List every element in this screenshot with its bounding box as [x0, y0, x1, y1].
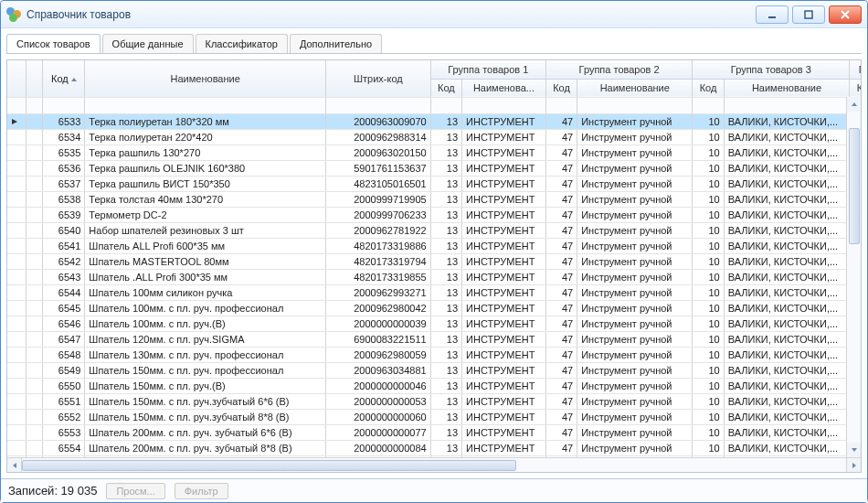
svg-rect-0 [768, 16, 776, 18]
cell-g2-name: Инструмент ручной [577, 362, 693, 378]
table-row[interactable]: 6549Шпатель 150мм. с пл. руч. профессион… [7, 362, 861, 378]
col-header-g4-code[interactable]: Код [850, 79, 861, 97]
table-row[interactable]: 6536Терка рашпиль OLEJNIK 160*3805901761… [7, 160, 861, 176]
row-indicator [7, 222, 26, 238]
view-button[interactable]: Просм... [106, 483, 164, 499]
row-indicator [7, 284, 26, 300]
cell-blank [26, 269, 43, 284]
tab-0[interactable]: Список товаров [6, 34, 101, 53]
scroll-left-button[interactable] [7, 458, 22, 472]
tab-3[interactable]: Дополнительно [290, 34, 382, 53]
cell-g3-code: 10 [693, 284, 724, 300]
tab-1[interactable]: Общие данные [102, 34, 194, 53]
table-row[interactable]: 6552Шпатель 150мм. с пл. руч.зубчатый 8*… [7, 409, 861, 424]
table-row[interactable]: 6534Терка полиуретан 220*420200096298831… [7, 129, 861, 144]
cell-g2-code: 47 [545, 222, 577, 238]
table-row[interactable]: 6537Терка рашпиль ВИСТ 150*3504823105016… [7, 176, 861, 191]
close-button[interactable] [829, 5, 862, 24]
cell-name: Терка полиуретан 180*320 мм [85, 113, 326, 129]
cell-g3-name: ВАЛИКИ, КИСТОЧКИ,... [724, 269, 850, 284]
col-header-g1-code[interactable]: Код [430, 79, 461, 97]
col-header-code[interactable]: Код [43, 60, 85, 97]
minimize-button[interactable] [756, 5, 789, 24]
cell-name: Шпатель ALL Profi 600*35 мм [85, 238, 326, 253]
maximize-button[interactable] [792, 5, 825, 24]
cell-code: 6554 [43, 440, 85, 455]
cell-g2-code: 47 [545, 144, 577, 160]
scroll-up-button[interactable] [847, 97, 861, 112]
cell-g2-name: Инструмент ручной [577, 440, 693, 455]
col-header-g2-code[interactable]: Код [545, 79, 577, 97]
table-row[interactable]: 6547Шпатель 120мм. с пл. руч.SIGMA690008… [7, 331, 861, 347]
cell-g2-name: Инструмент ручной [577, 160, 693, 176]
col-header-g3-code[interactable]: Код [693, 79, 724, 97]
cell-name: Шпатель 200мм. с пл. руч. зубчатый 8*8 (… [85, 440, 326, 455]
col-header-barcode[interactable]: Штрих-код [326, 60, 431, 97]
scroll-down-button[interactable] [847, 443, 861, 457]
filter-row[interactable] [7, 97, 861, 113]
cell-barcode: 4820173319794 [326, 253, 431, 269]
scroll-thumb[interactable] [849, 128, 860, 244]
table-row[interactable]: 6551Шпатель 150мм. с пл. руч.зубчатый 6*… [7, 393, 861, 409]
window-buttons [756, 5, 862, 24]
table-row[interactable]: 6533Терка полиуретан 180*320 мм200096300… [7, 113, 861, 129]
titlebar[interactable]: Справочник товаров [1, 1, 867, 28]
cell-g1-code: 13 [430, 362, 461, 378]
tab-2[interactable]: Классификатор [196, 34, 288, 53]
cell-g1-name: ИНСТРУМЕНТ [462, 284, 546, 300]
col-header-g2-name[interactable]: Наименование [577, 79, 693, 97]
cell-code: 6544 [43, 284, 85, 300]
col-header-g1-name[interactable]: Наименова... [462, 79, 546, 97]
cell-name: Шпатель 130мм. с пл. руч. профессионал [85, 347, 326, 362]
cell-name: Терка рашпиль 130*270 [85, 144, 326, 160]
cell-barcode: 2000000000039 [326, 316, 431, 331]
table-row[interactable]: 6542Шпатель MASTERTOOL 80мм4820173319794… [7, 253, 861, 269]
table-row[interactable]: 6545Шпатель 100мм. с пл. руч. профессион… [7, 300, 861, 316]
cell-g2-name: Инструмент ручной [577, 269, 693, 284]
cell-g3-code: 10 [693, 269, 724, 284]
cell-g1-name: ИНСТРУМЕНТ [462, 378, 546, 393]
cell-name: Шпатель 100мм. с пл. руч. профессионал [85, 300, 326, 316]
col-header-g3-name[interactable]: Наименование [724, 79, 850, 97]
table-row[interactable]: 6539Термометр DC-2200099970623313ИНСТРУМ… [7, 207, 861, 222]
col-header-handle[interactable] [7, 60, 26, 97]
cell-g1-code: 13 [430, 269, 461, 284]
cell-g2-name: Инструмент ручной [577, 207, 693, 222]
table-row[interactable]: 6538Терка толстая 40мм 130*2702000999719… [7, 191, 861, 207]
table-row[interactable]: 6544Шпатель 100мм силикон ручка200096299… [7, 284, 861, 300]
col-header-name[interactable]: Наименование [85, 60, 326, 97]
table-row[interactable]: 6550Шпатель 150мм. с пл. руч.(В)20000000… [7, 378, 861, 393]
scroll-track[interactable] [847, 112, 861, 443]
table-row[interactable]: 6543Шпатель .ALL Profi 300*35 мм48201733… [7, 269, 861, 284]
horizontal-scrollbar[interactable] [7, 457, 861, 472]
cell-g1-code: 13 [430, 393, 461, 409]
filter-button[interactable]: Фильтр [175, 483, 228, 499]
col-header-group4[interactable]: Группа товаров 4 [850, 60, 861, 79]
cell-blank [26, 393, 43, 409]
grid-scroll[interactable]: Код Наименование Штрих-код Группа товаро… [7, 60, 861, 457]
cell-g2-name: Инструмент ручной [577, 238, 693, 253]
cell-g3-name: ВАЛИКИ, КИСТОЧКИ,... [724, 331, 850, 347]
cell-code: 6549 [43, 362, 85, 378]
cell-g1-name: ИНСТРУМЕНТ [462, 393, 546, 409]
table-row[interactable]: 6553Шпатель 200мм. с пл. руч. зубчатый 6… [7, 424, 861, 440]
table-row[interactable]: 6546Шпатель 100мм. с пл. руч.(В)20000000… [7, 316, 861, 331]
vertical-scrollbar[interactable] [846, 97, 861, 457]
col-header-group1[interactable]: Группа товаров 1 [430, 60, 545, 79]
scroll-track-h[interactable] [22, 458, 846, 472]
table-row[interactable]: 6540Набор шпателей резиновых 3 шт2000962… [7, 222, 861, 238]
cell-name: Терка толстая 40мм 130*270 [85, 191, 326, 207]
cell-g2-code: 47 [545, 129, 577, 144]
scroll-thumb-h[interactable] [22, 460, 516, 471]
col-header-marker[interactable] [26, 60, 43, 97]
cell-name: Терка рашпиль OLEJNIK 160*380 [85, 160, 326, 176]
table-row[interactable]: 6548Шпатель 130мм. с пл. руч. профессион… [7, 347, 861, 362]
scroll-right-button[interactable] [846, 458, 861, 472]
table-row[interactable]: 6554Шпатель 200мм. с пл. руч. зубчатый 8… [7, 440, 861, 455]
table-row[interactable]: 6535Терка рашпиль 130*270200096302015013… [7, 144, 861, 160]
table-row[interactable]: 6541Шпатель ALL Profi 600*35 мм482017331… [7, 238, 861, 253]
grid-header: Код Наименование Штрих-код Группа товаро… [7, 60, 861, 113]
cell-name: Шпатель 150мм. с пл. руч.зубчатый 6*6 (В… [85, 393, 326, 409]
col-header-group3[interactable]: Группа товаров 3 [693, 60, 850, 79]
col-header-group2[interactable]: Группа товаров 2 [545, 60, 693, 79]
